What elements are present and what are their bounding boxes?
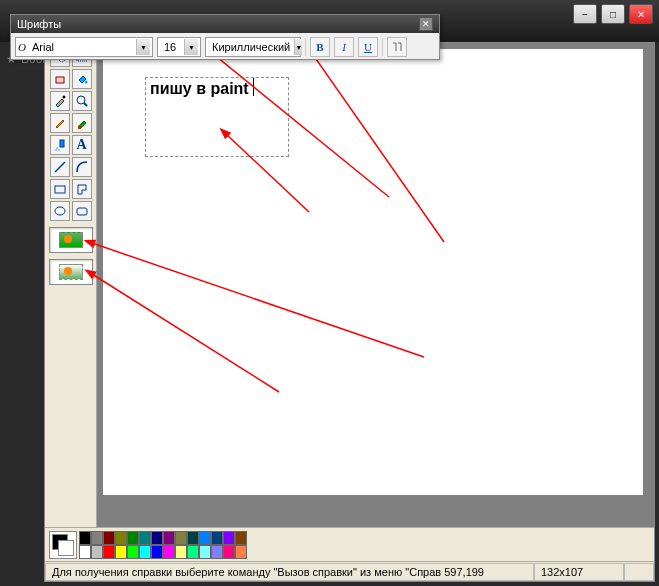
font-toolbar: Шрифты ✕ O Arial ▼ 16 ▼ Кириллический ▼ … [10,14,440,60]
eraser-tool[interactable] [50,69,70,89]
status-blank [624,563,654,581]
color-swatch[interactable] [223,531,235,545]
underline-button[interactable]: U [358,37,378,57]
color-swatch[interactable] [91,545,103,559]
svg-rect-7 [60,140,64,147]
paint-window: A пишу [44,42,655,582]
foreground-background-swatch[interactable] [49,531,77,559]
chevron-down-icon: ▼ [136,39,150,55]
color-swatch[interactable] [187,545,199,559]
maximize-button[interactable]: □ [601,4,625,24]
picker-tool[interactable] [50,91,70,111]
svg-point-3 [62,96,65,99]
color-swatch[interactable] [115,545,127,559]
text-opaque-option[interactable] [49,227,93,253]
color-swatch[interactable] [79,545,91,559]
color-swatch[interactable] [127,545,139,559]
color-swatch[interactable] [211,531,223,545]
svg-rect-1 [56,77,64,83]
svg-rect-12 [55,186,65,193]
ellipse-tool[interactable] [50,201,70,221]
minimize-button[interactable]: − [573,4,597,24]
color-swatch[interactable] [199,545,211,559]
color-swatch[interactable] [127,531,139,545]
italic-button[interactable]: I [334,37,354,57]
text-direction-button[interactable] [387,37,407,57]
curve-tool[interactable] [72,157,92,177]
color-swatch[interactable] [151,531,163,545]
line-tool[interactable] [50,157,70,177]
color-swatch[interactable] [151,545,163,559]
tool-palette: A [45,43,97,527]
fill-tool[interactable] [72,69,92,89]
color-swatch[interactable] [103,531,115,545]
svg-line-5 [84,103,87,106]
svg-rect-14 [77,208,87,215]
color-palette [45,527,654,561]
color-swatch[interactable] [235,531,247,545]
rectangle-tool[interactable] [50,179,70,199]
color-swatch[interactable] [139,545,151,559]
canvas[interactable]: пишу в paint [103,49,643,495]
font-toolbar-title: Шрифты [17,18,61,30]
font-size-select[interactable]: 16 ▼ [157,37,201,57]
color-swatch[interactable] [211,545,223,559]
font-family-select[interactable]: O Arial ▼ [15,37,153,57]
color-swatch[interactable] [199,531,211,545]
font-script-value: Кириллический [208,41,294,53]
text-tool[interactable]: A [72,135,92,155]
font-size-value: 16 [160,41,184,53]
text-transparent-option[interactable] [49,259,93,285]
airbrush-tool[interactable] [50,135,70,155]
color-swatch[interactable] [139,531,151,545]
status-dimensions: 132x107 [534,563,624,581]
color-swatch[interactable] [175,531,187,545]
magnifier-tool[interactable] [72,91,92,111]
color-swatch[interactable] [115,531,127,545]
close-button[interactable]: ✕ [629,4,653,24]
svg-point-9 [58,149,59,150]
svg-point-2 [84,81,87,84]
pencil-tool[interactable] [50,113,70,133]
color-swatch[interactable] [103,545,115,559]
status-help-text: Для получения справки выберите команду "… [45,563,534,581]
chevron-down-icon: ▼ [184,39,198,55]
color-swatch[interactable] [235,545,247,559]
text-cursor [253,78,254,96]
chevron-down-icon: ▼ [294,39,302,55]
brush-tool[interactable] [72,113,92,133]
polygon-tool[interactable] [72,179,92,199]
svg-rect-6 [78,126,81,129]
font-toolbar-titlebar[interactable]: Шрифты ✕ [11,15,439,33]
color-swatch[interactable] [223,545,235,559]
rounded-rect-tool[interactable] [72,201,92,221]
font-type-icon: O [18,41,26,53]
font-toolbar-close[interactable]: ✕ [419,17,433,31]
color-swatch[interactable] [91,531,103,545]
color-swatch[interactable] [79,531,91,545]
text-edit-box[interactable]: пишу в paint [145,77,289,157]
svg-point-4 [77,96,85,104]
font-family-value: Arial [28,41,136,53]
bold-button[interactable]: B [310,37,330,57]
font-script-select[interactable]: Кириллический ▼ [205,37,301,57]
svg-line-11 [55,162,65,172]
svg-point-13 [55,207,65,215]
color-swatch[interactable] [175,545,187,559]
canvas-text: пишу в paint [146,78,253,99]
canvas-viewport: пишу в paint [97,43,654,527]
color-swatch[interactable] [187,531,199,545]
svg-point-8 [56,147,57,148]
status-bar: Для получения справки выберите команду "… [45,561,654,581]
color-swatch[interactable] [163,545,175,559]
color-swatch[interactable] [163,531,175,545]
svg-point-10 [55,149,56,150]
